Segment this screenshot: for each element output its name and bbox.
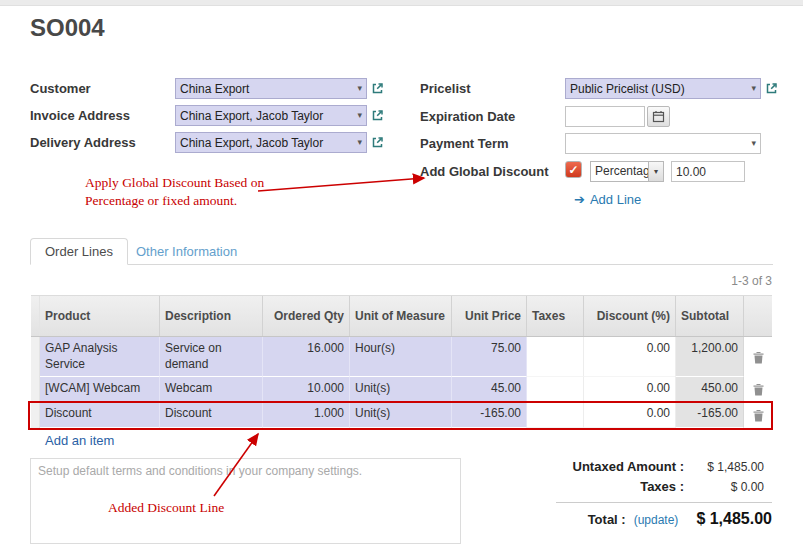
expiration-date-input[interactable]: [565, 106, 645, 127]
pricelist-label: Pricelist: [420, 81, 471, 96]
global-discount-annotation: Apply Global Discount Based on Percentag…: [85, 174, 280, 209]
chevron-down-icon: ▾: [751, 139, 756, 148]
header-product[interactable]: Product: [40, 296, 160, 336]
add-line-label: Add Line: [590, 192, 641, 207]
cell-discount: 0.00: [584, 377, 676, 402]
order-line-row[interactable]: [WCAM] Webcam Webcam 10.000 Unit(s) 45.0…: [31, 377, 772, 402]
table-header-row: Product Description Ordered Qty Unit of …: [31, 295, 772, 337]
cell-unit-of-measure: Hour(s): [350, 337, 452, 377]
sales-order-form: SO004 Customer China Export ▾ Invoice Ad…: [0, 0, 803, 545]
total-label: Total :: [588, 512, 626, 527]
customer-value: China Export: [180, 82, 249, 96]
add-line-button[interactable]: ➔ Add Line: [574, 192, 641, 207]
tab-order-lines[interactable]: Order Lines: [30, 238, 128, 265]
chevron-down-icon[interactable]: ▾: [357, 84, 362, 93]
update-link[interactable]: (update): [634, 513, 679, 527]
chevron-down-icon[interactable]: ▾: [648, 162, 663, 181]
header-unit-of-measure[interactable]: Unit of Measure: [350, 296, 452, 336]
header-taxes[interactable]: Taxes: [527, 296, 584, 336]
cell-unit-price: 75.00: [452, 337, 527, 377]
cell-description: Service on demand: [160, 337, 263, 377]
cell-ordered-qty: 16.000: [263, 337, 350, 377]
header-subtotal[interactable]: Subtotal: [676, 296, 744, 336]
invoice-address-input[interactable]: China Export, Jacob Taylor ▾: [175, 105, 367, 126]
header-description[interactable]: Description: [160, 296, 263, 336]
cell-subtotal: 450.00: [676, 377, 744, 402]
invoice-address-field[interactable]: China Export, Jacob Taylor ▾: [175, 105, 384, 126]
order-lines-table: Product Description Ordered Qty Unit of …: [31, 295, 772, 428]
chevron-down-icon[interactable]: ▾: [357, 138, 362, 147]
untaxed-amount-label: Untaxed Amount :: [540, 459, 684, 474]
global-discount-checkbox[interactable]: ✓: [565, 161, 582, 178]
discount-amount-input[interactable]: [671, 161, 745, 182]
header-ordered-qty[interactable]: Ordered Qty: [263, 296, 350, 336]
external-link-icon[interactable]: [371, 82, 384, 95]
delete-row-icon[interactable]: [744, 377, 772, 402]
annotation-line1: Apply Global Discount Based on: [85, 174, 280, 192]
tab-other-information[interactable]: Other Information: [124, 238, 249, 265]
taxes-row: Taxes : $ 0.00: [540, 479, 764, 494]
header-unit-price[interactable]: Unit Price: [452, 296, 527, 336]
delivery-address-value: China Export, Jacob Taylor: [180, 136, 323, 150]
cell-ordered-qty: 10.000: [263, 377, 350, 402]
cell-unit-of-measure: Unit(s): [350, 377, 452, 402]
pricelist-value: Public Pricelist (USD): [570, 82, 685, 96]
header-discount[interactable]: Discount (%): [584, 296, 676, 336]
cell-unit-price: -165.00: [452, 402, 527, 428]
external-link-icon[interactable]: [371, 109, 384, 122]
payment-term-select[interactable]: ▾: [565, 133, 761, 154]
terms-conditions-textarea[interactable]: [30, 458, 461, 544]
added-discount-line-annotation: Added Discount Line: [108, 499, 224, 517]
customer-label: Customer: [30, 81, 91, 96]
arrow-right-icon: ➔: [574, 192, 585, 207]
delete-row-icon[interactable]: [744, 337, 772, 377]
delete-row-icon[interactable]: [744, 402, 772, 428]
row-handle: [31, 402, 40, 428]
taxes-label: Taxes :: [540, 479, 684, 494]
pricelist-field[interactable]: Public Pricelist (USD) ▾: [565, 78, 778, 99]
cell-discount: 0.00: [584, 337, 676, 377]
chevron-down-icon[interactable]: ▾: [751, 84, 756, 93]
customer-field[interactable]: China Export ▾: [175, 78, 384, 99]
calendar-icon[interactable]: [647, 106, 670, 127]
tab-order-lines-label: Order Lines: [45, 244, 113, 259]
untaxed-amount-value: $ 1,485.00: [684, 460, 764, 474]
add-an-item-link[interactable]: Add an item: [45, 433, 114, 448]
cell-discount: 0.00: [584, 402, 676, 428]
customer-input[interactable]: China Export ▾: [175, 78, 367, 99]
row-handle: [31, 377, 40, 402]
external-link-icon[interactable]: [765, 82, 778, 95]
annotation-line2: Percentage or fixed amount.: [85, 192, 280, 210]
cell-unit-price: 45.00: [452, 377, 527, 402]
cell-subtotal: -165.00: [676, 402, 744, 428]
order-line-row-discount[interactable]: Discount Discount 1.000 Unit(s) -165.00 …: [31, 402, 772, 428]
pager: 1-3 of 3: [731, 274, 772, 288]
external-link-icon[interactable]: [371, 136, 384, 149]
cell-product: Discount: [40, 402, 160, 428]
cell-unit-of-measure: Unit(s): [350, 402, 452, 428]
cell-product: [WCAM] Webcam: [40, 377, 160, 402]
total-value: $ 1,485.00: [696, 510, 772, 528]
tab-divider: [30, 264, 773, 265]
expiration-date-label: Expiration Date: [420, 109, 515, 124]
header-delete-column: [744, 296, 772, 336]
top-border: [0, 0, 803, 6]
delivery-address-label: Delivery Address: [30, 135, 136, 150]
order-line-row[interactable]: GAP Analysis Service Service on demand 1…: [31, 337, 772, 377]
delivery-address-input[interactable]: China Export, Jacob Taylor ▾: [175, 132, 367, 153]
expiration-date-field[interactable]: [565, 106, 670, 127]
global-discount-label: Add Global Discount: [420, 164, 549, 179]
total-row: Total : (update) $ 1,485.00: [540, 510, 772, 528]
discount-type-select[interactable]: Percentage ▾: [590, 161, 664, 182]
pricelist-input[interactable]: Public Pricelist (USD) ▾: [565, 78, 761, 99]
cell-taxes: [527, 377, 584, 402]
cell-description: Webcam: [160, 377, 263, 402]
tab-other-information-label: Other Information: [136, 244, 237, 259]
cell-subtotal: 1,200.00: [676, 337, 744, 377]
delivery-address-field[interactable]: China Export, Jacob Taylor ▾: [175, 132, 384, 153]
chevron-down-icon[interactable]: ▾: [357, 111, 362, 120]
page-title: SO004: [30, 14, 105, 42]
check-icon: ✓: [568, 163, 578, 177]
cell-description: Discount: [160, 402, 263, 428]
payment-term-label: Payment Term: [420, 136, 509, 151]
